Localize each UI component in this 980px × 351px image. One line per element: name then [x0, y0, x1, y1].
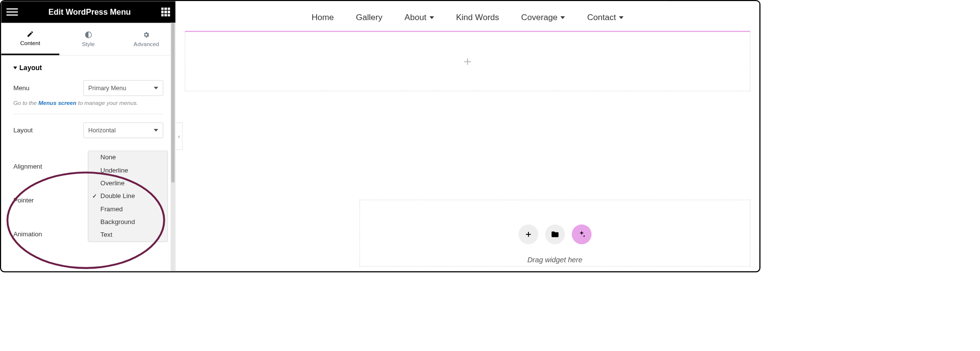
sidebar-scrollbar[interactable]	[171, 23, 176, 272]
preview-canvas: ‹ HomeGalleryAboutKind WordsCoverageCont…	[176, 1, 759, 271]
nav-item-label: Home	[311, 13, 334, 23]
caret-down-icon	[13, 67, 17, 69]
plus-icon	[524, 230, 532, 238]
nav-item[interactable]: Coverage	[521, 13, 565, 23]
tab-style[interactable]: Style	[59, 23, 117, 55]
pointer-option[interactable]: Text	[88, 228, 167, 241]
hint-suffix: to manage your menus.	[76, 100, 138, 106]
gear-icon	[143, 31, 150, 38]
drop-zone-label: Drag widget here	[528, 255, 582, 264]
nav-item-label: Contact	[587, 13, 616, 23]
drop-zone[interactable]: Drag widget here	[359, 200, 750, 267]
chevron-down-icon	[560, 16, 565, 19]
nav-item-label: Coverage	[521, 13, 557, 23]
pointer-option[interactable]: Overline	[88, 177, 167, 190]
sidebar-title: Edit WordPress Menu	[49, 7, 131, 17]
sparkle-icon	[578, 230, 586, 238]
pointer-dropdown: NoneUnderlineOverlineDouble LineFramedBa…	[88, 150, 168, 242]
animation-label: Animation	[13, 230, 42, 238]
nav-item[interactable]: Kind Words	[456, 13, 499, 23]
add-widget-button[interactable]	[518, 225, 538, 244]
tab-content[interactable]: Content	[1, 23, 59, 55]
layout-select-value: Horizontal	[88, 127, 116, 134]
tabs: Content Style Advanced	[1, 23, 175, 56]
nav-menu: HomeGalleryAboutKind WordsCoverageContac…	[185, 1, 750, 31]
section-layout-header[interactable]: Layout	[13, 64, 163, 72]
section-layout-title: Layout	[20, 64, 42, 72]
sidebar-header: Edit WordPress Menu	[1, 1, 175, 23]
menu-select[interactable]: Primary Menu	[83, 80, 163, 96]
control-menu: Menu Primary Menu	[13, 80, 163, 96]
pencil-icon	[26, 30, 34, 38]
hint-prefix: Go to the	[13, 100, 38, 106]
tab-style-label: Style	[82, 41, 95, 47]
apps-grid-icon[interactable]	[161, 8, 170, 17]
menu-icon[interactable]	[6, 8, 18, 16]
caret-down-icon	[154, 87, 158, 89]
menus-screen-link[interactable]: Menus screen	[38, 100, 76, 106]
nav-item-label: About	[404, 13, 427, 23]
nav-item[interactable]: About	[404, 13, 434, 23]
pointer-option[interactable]: Double Line	[88, 190, 167, 202]
nav-item[interactable]: Home	[311, 13, 334, 23]
half-circle-icon	[85, 31, 92, 38]
pointer-label: Pointer	[13, 197, 34, 204]
pointer-option[interactable]: Framed	[88, 203, 167, 216]
panel-body: Layout Menu Primary Menu Go to the Menus…	[1, 55, 175, 242]
menu-widget-section[interactable]: HomeGalleryAboutKind WordsCoverageContac…	[185, 1, 750, 91]
nav-item[interactable]: Gallery	[356, 13, 382, 23]
folder-icon	[551, 230, 559, 238]
caret-down-icon	[154, 129, 158, 131]
pointer-option[interactable]: Underline	[88, 164, 167, 176]
menu-hint: Go to the Menus screen to manage your me…	[13, 100, 163, 114]
chevron-down-icon	[429, 16, 434, 19]
drop-actions	[518, 225, 591, 244]
tab-advanced-label: Advanced	[134, 41, 159, 47]
tab-content-label: Content	[20, 40, 40, 46]
menu-select-value: Primary Menu	[88, 85, 126, 92]
layout-label: Layout	[13, 126, 33, 134]
control-layout: Layout Horizontal	[13, 123, 163, 138]
scrollbar-thumb[interactable]	[171, 23, 175, 183]
add-section-area[interactable]	[185, 32, 750, 91]
editor-sidebar: Edit WordPress Menu Content Style Advanc…	[1, 1, 176, 271]
nav-item-label: Kind Words	[456, 13, 499, 23]
tab-advanced[interactable]: Advanced	[117, 23, 175, 55]
pointer-option[interactable]: None	[88, 151, 167, 164]
nav-item-label: Gallery	[356, 13, 382, 23]
pointer-option[interactable]: Background	[88, 216, 167, 228]
alignment-label: Alignment	[13, 163, 42, 171]
layout-select[interactable]: Horizontal	[83, 123, 163, 138]
template-library-button[interactable]	[545, 225, 565, 244]
chevron-down-icon	[619, 16, 624, 19]
nav-item[interactable]: Contact	[587, 13, 624, 23]
ai-magic-button[interactable]	[572, 225, 591, 244]
plus-icon[interactable]	[462, 56, 473, 67]
collapse-sidebar-handle[interactable]: ‹	[176, 123, 183, 150]
menu-label: Menu	[13, 84, 29, 92]
